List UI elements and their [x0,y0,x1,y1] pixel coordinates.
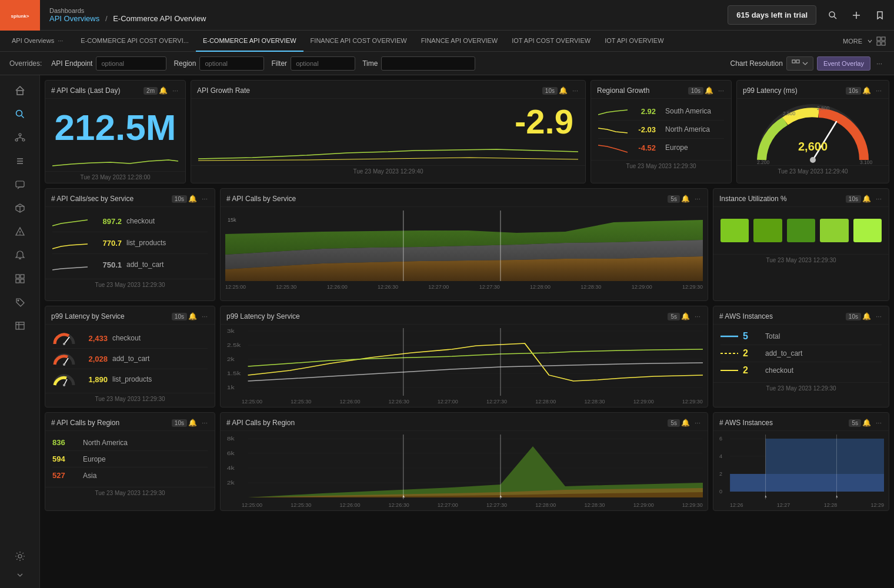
sidebar-tag[interactable] [7,292,33,313]
more-region[interactable]: ··· [201,417,209,428]
bell-growth[interactable]: 🔔 [558,85,569,96]
sidebar-search[interactable] [7,103,33,125]
more-icon[interactable]: ··· [171,85,179,96]
svg-marker-99 [765,495,767,497]
layout-icon[interactable] [873,33,889,49]
svg-rect-32 [16,279,19,283]
api-calls-ts: Tue 23 May 2023 12:28:00 [45,171,185,183]
bell-p99s[interactable]: 🔔 [187,311,198,322]
sidebar-box[interactable] [7,198,33,219]
filter-input[interactable] [291,56,355,71]
svg-rect-11 [796,60,799,63]
region-input[interactable] [199,56,264,71]
svg-text:6k: 6k [227,450,235,456]
svg-text:2,600: 2,600 [798,140,828,153]
more-p99sc[interactable]: ··· [693,311,702,322]
svg-point-17 [22,139,25,141]
region-group: Region [174,56,264,71]
svg-text:4k: 4k [227,465,235,471]
time-input[interactable] [381,56,475,71]
svg-text:2.5k: 2.5k [227,342,241,348]
svg-rect-24 [16,181,24,187]
api-calls-value: 212.5M [45,99,185,151]
svg-text:2k: 2k [227,356,235,362]
regional-ts: Tue 23 May 2023 12:29:30 [591,160,731,172]
tab-iot-cost[interactable]: IOT API COST OVERVIEW [505,31,598,52]
nav-tabs: API Overviews ··· E-COMMERCE API COST OV… [0,31,894,52]
bell-awsc[interactable]: 🔔 [861,417,872,428]
svg-point-54 [63,363,65,366]
svg-rect-6 [877,37,880,41]
search-icon-btn[interactable] [823,6,842,25]
event-overlay-button[interactable]: Event Overlay [817,56,870,71]
panel-calls-region-list: # API Calls by Region 10s 🔔··· 836North … [45,412,215,511]
tab-dots[interactable]: ··· [54,37,66,44]
sidebar-org[interactable] [7,127,33,148]
instance-block-1 [720,219,749,242]
tab-ecommerce-cost[interactable]: E-COMMERCE API COST OVERVI... [74,31,196,52]
more-growth[interactable]: ··· [571,85,579,96]
more-aws[interactable]: ··· [875,311,883,322]
sidebar-table[interactable] [7,315,33,336]
more-p99s[interactable]: ··· [201,311,209,322]
dashboard-grid: # API Calls (Last Day) 2m 🔔··· 212.5M Tu… [40,75,894,588]
svg-text:6: 6 [719,436,722,442]
tab-finance-overview[interactable]: FINANCE API OVERVIEW [414,31,505,52]
more-p99[interactable]: ··· [875,85,883,96]
svg-text:2,500: 2,500 [783,111,796,116]
chart-res-group: Chart Resolution Event Overlay ··· [730,56,885,71]
bell-inst[interactable]: 🔔 [861,193,872,204]
svg-text:3,100: 3,100 [860,159,873,164]
add-icon-btn[interactable] [847,6,866,25]
bell-rg[interactable]: 🔔 [703,85,715,96]
bell-region[interactable]: 🔔 [187,417,198,428]
sidebar-settings[interactable] [7,546,33,567]
bell-p99[interactable]: 🔔 [861,85,872,96]
svg-point-38 [18,554,22,558]
more-awsc[interactable]: ··· [875,417,883,428]
bell-p99sc[interactable]: 🔔 [680,311,691,322]
tab-iot-overview[interactable]: IOT API OVERVIEW [598,31,670,52]
tab-api-overviews[interactable]: API Overviews ··· [5,31,74,52]
sidebar-dashboard[interactable] [7,268,33,289]
svg-marker-100 [836,495,838,497]
svg-point-16 [15,139,18,141]
bell-aws[interactable]: 🔔 [861,311,872,322]
sidebar-home[interactable] [7,80,33,101]
tab-ecommerce-overview[interactable]: E-COMMERCE API OVERVIEW [196,31,303,52]
more-inst[interactable]: ··· [875,193,883,204]
more-rg[interactable]: ··· [717,85,725,96]
panel-aws-instances: # AWS Instances 10s 🔔··· 5 Total 2 add_t… [713,306,889,407]
bookmark-icon-btn[interactable] [870,6,889,25]
bell-calls-sec[interactable]: 🔔 [187,193,198,204]
p99-ts: Tue 23 May 2023 12:29:40 [737,165,889,177]
nav-more[interactable]: MORE [843,38,873,45]
panel-api-calls: # API Calls (Last Day) 2m 🔔··· 212.5M Tu… [45,80,186,183]
trial-badge: 615 days left in trial [728,5,816,25]
svg-rect-9 [882,42,885,45]
panel-instance-util: Instance Utilization % 10s 🔔··· Tue 23 M… [713,188,889,301]
svg-text:2: 2 [719,471,722,477]
api-endpoint-input[interactable] [96,56,166,71]
sidebar-alert[interactable] [7,221,33,242]
bell-regionc[interactable]: 🔔 [680,417,691,428]
breadcrumb-child1[interactable]: API Overviews [49,14,99,23]
svg-text:2,200: 2,200 [757,159,770,164]
sidebar-collapse[interactable] [7,567,33,583]
bell-calls-svc[interactable]: 🔔 [680,193,691,204]
sidebar-chat[interactable] [7,174,33,195]
chart-res-button[interactable] [786,56,813,71]
svg-rect-8 [877,42,880,45]
sidebar-bell[interactable] [7,245,33,266]
sidebar [0,75,40,588]
panel-calls-sec-service: # API Calls/sec by Service 10s 🔔··· 897.… [45,188,215,301]
tab-finance-cost[interactable]: FINANCE API COST OVERVIEW [303,31,414,52]
more-regionc[interactable]: ··· [693,417,702,428]
bell-icon[interactable]: 🔔 [158,85,169,96]
more-calls-svc[interactable]: ··· [693,193,702,204]
more-calls-sec[interactable]: ··· [201,193,209,204]
growth-value: -2.9 [515,105,573,139]
sidebar-list[interactable] [7,151,33,172]
overrides-more[interactable]: ··· [874,59,885,68]
aws-ts: Tue 23 May 2023 12:29:30 [713,382,889,394]
